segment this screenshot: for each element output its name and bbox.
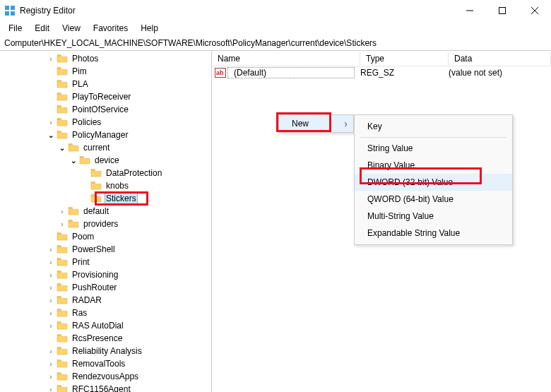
folder-icon xyxy=(57,333,68,343)
tree-item[interactable]: RcsPresence xyxy=(0,332,211,345)
chevron-right-icon[interactable]: › xyxy=(57,220,68,228)
col-name[interactable]: Name xyxy=(212,52,360,65)
tree-item-label: Poom xyxy=(71,232,95,242)
chevron-right-icon[interactable]: › xyxy=(45,322,57,330)
folder-icon xyxy=(57,244,68,254)
address-text: Computer\HKEY_LOCAL_MACHINE\SOFTWARE\Mic… xyxy=(4,38,377,48)
folder-icon xyxy=(57,359,68,369)
tree-item[interactable]: ›Ras xyxy=(0,307,211,319)
maximize-button[interactable] xyxy=(486,0,519,21)
tree-item[interactable]: ›Reliability Analysis xyxy=(0,345,211,357)
folder-icon xyxy=(68,219,79,229)
folder-icon xyxy=(57,117,68,127)
col-data[interactable]: Data xyxy=(449,52,551,65)
list-row[interactable]: ab (Default) REG_SZ (value not set) xyxy=(212,66,551,79)
tree-item[interactable]: PlayToReceiver xyxy=(0,90,211,103)
tree-item[interactable]: ›providers xyxy=(0,218,211,230)
menubar: File Edit View Favorites Help xyxy=(0,21,551,35)
chevron-right-icon[interactable]: › xyxy=(45,309,57,317)
list-header: Name Type Data xyxy=(212,51,551,66)
chevron-right-icon[interactable]: › xyxy=(45,246,57,254)
registry-editor-icon xyxy=(4,5,16,16)
col-type[interactable]: Type xyxy=(360,52,449,65)
tree-item[interactable]: knobs xyxy=(0,179,211,192)
tree-item-label: default xyxy=(82,206,110,216)
tree-item[interactable]: ›PushRouter xyxy=(0,281,211,294)
chevron-right-icon[interactable]: › xyxy=(45,297,57,304)
chevron-right-icon[interactable]: › xyxy=(45,284,57,292)
tree-pane[interactable]: ›PhotosPimPLAPlayToReceiverPointOfServic… xyxy=(0,51,212,392)
tree-item-label: PolicyManager xyxy=(71,130,129,140)
tree-item-label: providers xyxy=(82,219,119,229)
folder-icon xyxy=(90,168,102,178)
context-sub-item[interactable]: Key xyxy=(355,118,512,135)
context-sub-item[interactable]: String Value xyxy=(355,140,512,157)
minimize-button[interactable] xyxy=(454,0,486,21)
tree-item[interactable]: ⌄PolicyManager xyxy=(0,129,211,141)
close-button[interactable] xyxy=(519,0,551,21)
tree-item[interactable]: DataProtection xyxy=(0,167,211,179)
tree-item[interactable]: PLA xyxy=(0,78,211,90)
tree-item[interactable]: Poom xyxy=(0,230,211,243)
folder-icon xyxy=(57,66,68,76)
tree-item[interactable]: ›Policies xyxy=(0,116,211,129)
menu-edit[interactable]: Edit xyxy=(29,22,55,35)
chevron-right-icon[interactable]: › xyxy=(45,55,57,63)
context-sub-item[interactable]: QWORD (64-bit) Value xyxy=(355,191,512,208)
chevron-down-icon[interactable]: ⌄ xyxy=(57,144,68,152)
tree-item[interactable]: Pim xyxy=(0,65,211,78)
tree-item[interactable]: ⌄current xyxy=(0,141,211,154)
tree-item[interactable]: ›RemovalTools xyxy=(0,357,211,370)
menu-view[interactable]: View xyxy=(57,22,86,35)
chevron-right-icon[interactable]: › xyxy=(45,259,57,266)
address-bar[interactable]: Computer\HKEY_LOCAL_MACHINE\SOFTWARE\Mic… xyxy=(0,35,551,51)
folder-icon xyxy=(57,346,68,356)
tree-item[interactable]: ›Print xyxy=(0,256,211,268)
context-sub-item[interactable]: Binary Value xyxy=(355,157,512,174)
tree-item[interactable]: ›Provisioning xyxy=(0,268,211,281)
tree-item-label: Policies xyxy=(71,117,102,127)
menu-file[interactable]: File xyxy=(3,22,28,35)
svg-rect-1 xyxy=(11,6,15,10)
tree-item-label: RcsPresence xyxy=(71,333,124,343)
folder-icon xyxy=(57,79,68,89)
tree-item[interactable]: ›Photos xyxy=(0,52,211,65)
chevron-right-icon[interactable]: › xyxy=(45,360,57,368)
svg-rect-0 xyxy=(5,6,9,10)
tree-item-label: device xyxy=(93,155,121,165)
menu-help[interactable]: Help xyxy=(135,22,164,35)
context-item-new[interactable]: New xyxy=(279,115,353,132)
tree-item[interactable]: ›RAS AutoDial xyxy=(0,319,211,332)
chevron-right-icon[interactable]: › xyxy=(45,271,57,279)
svg-text:ab: ab xyxy=(216,69,224,76)
tree-item[interactable]: PointOfService xyxy=(0,103,211,116)
context-sub-item[interactable]: Expandable String Value xyxy=(355,225,512,242)
tree-item[interactable]: ⌄device xyxy=(0,154,211,167)
values-pane[interactable]: Name Type Data ab (Default) REG_SZ (valu… xyxy=(212,51,551,392)
menu-favorites[interactable]: Favorites xyxy=(88,22,134,35)
context-sub-item[interactable]: DWORD (32-bit) Value xyxy=(355,174,512,191)
chevron-down-icon[interactable]: ⌄ xyxy=(45,131,57,139)
chevron-right-icon[interactable]: › xyxy=(45,373,57,381)
chevron-right-icon[interactable]: › xyxy=(45,348,57,355)
tree-item-label: RAS AutoDial xyxy=(71,321,125,331)
tree-item-label: current xyxy=(82,143,111,153)
app-title: Registry Editor xyxy=(20,6,454,16)
tree-item[interactable]: Stickers xyxy=(0,192,211,205)
chevron-right-icon[interactable]: › xyxy=(45,119,57,126)
tree-item-label: Pim xyxy=(71,66,88,76)
tree-item[interactable]: ›RADAR xyxy=(0,294,211,307)
tree-item-label: Stickers xyxy=(105,193,138,204)
folder-icon xyxy=(57,384,68,392)
tree-item[interactable]: ›default xyxy=(0,205,211,218)
chevron-right-icon[interactable]: › xyxy=(57,208,68,215)
context-sub-item[interactable]: Multi-String Value xyxy=(355,208,512,225)
tree-item[interactable]: ›RendezvousApps xyxy=(0,370,211,383)
tree-item[interactable]: ›RFC1156Agent xyxy=(0,383,211,392)
chevron-right-icon[interactable]: › xyxy=(45,386,57,393)
tree-item-label: Reliability Analysis xyxy=(71,346,143,356)
tree-item-label: Provisioning xyxy=(71,270,119,280)
chevron-down-icon[interactable]: ⌄ xyxy=(68,157,79,165)
tree-item[interactable]: ›PowerShell xyxy=(0,243,211,256)
tree-item-label: RendezvousApps xyxy=(71,372,140,381)
